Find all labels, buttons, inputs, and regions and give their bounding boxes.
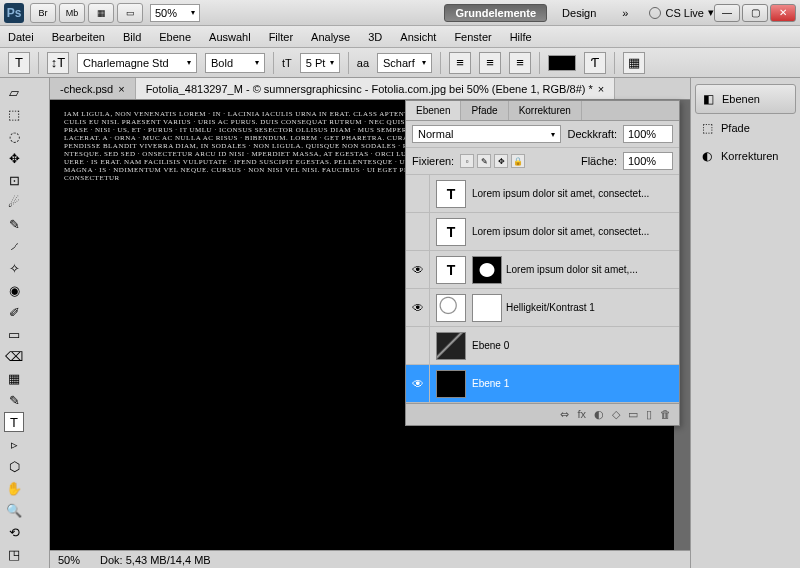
font-size-dropdown[interactable]: 5 Pt (300, 53, 340, 73)
opacity-input[interactable]: 100% (623, 125, 673, 143)
grid-button[interactable]: ▦ (88, 3, 114, 23)
path-select-tool[interactable]: ▹ (4, 434, 24, 454)
menu-3d[interactable]: 3D (368, 31, 382, 43)
link-layers-icon[interactable]: ⇔ (560, 408, 569, 421)
adjustment-layer-icon[interactable]: ◇ (612, 408, 620, 421)
menu-datei[interactable]: Datei (8, 31, 34, 43)
document-tab-1[interactable]: Fotolia_4813297_M - © sumnersgraphicsinc… (136, 78, 616, 99)
lock-pixels-icon[interactable]: ✎ (477, 154, 491, 168)
panel-button-ebenen[interactable]: ◧ Ebenen (695, 84, 796, 114)
panel-button-korrekturen[interactable]: ◐ Korrekturen (695, 142, 796, 170)
layer-mask-thumbnail[interactable] (472, 256, 502, 284)
menu-filter[interactable]: Filter (269, 31, 293, 43)
layer-name[interactable]: Ebene 1 (472, 378, 679, 389)
rotate-view-tool[interactable]: ⟲ (4, 522, 24, 542)
font-weight-dropdown[interactable]: Bold (205, 53, 265, 73)
layer-thumbnail[interactable] (436, 332, 466, 360)
history-brush-tool[interactable]: ◉ (4, 280, 24, 300)
zoom-tool[interactable]: 🔍 (4, 500, 24, 520)
dodge-tool[interactable]: ▦ (4, 368, 24, 388)
warp-text-icon[interactable]: Ƭ (584, 52, 606, 74)
stamp-tool[interactable]: ✧ (4, 258, 24, 278)
crop-tool[interactable]: ⊡ (4, 170, 24, 190)
menu-hilfe[interactable]: Hilfe (510, 31, 532, 43)
brush-tool[interactable]: ⟋ (4, 236, 24, 256)
character-panel-icon[interactable]: ▦ (623, 52, 645, 74)
pen-tool[interactable]: ✎ (4, 390, 24, 410)
lasso-tool[interactable]: ◌ (4, 126, 24, 146)
healing-tool[interactable]: ✎ (4, 214, 24, 234)
eyedropper-tool[interactable]: ☄ (4, 192, 24, 212)
fill-input[interactable]: 100% (623, 152, 673, 170)
visibility-toggle[interactable]: 👁 (406, 251, 430, 288)
visibility-toggle[interactable] (406, 175, 430, 212)
close-icon[interactable]: × (118, 83, 124, 95)
layer-row[interactable]: T Lorem ipsum dolor sit amet, consectet.… (406, 175, 679, 213)
align-center-icon[interactable]: ≡ (479, 52, 501, 74)
workspace-design[interactable]: Design (551, 4, 607, 22)
tab-pfade[interactable]: Pfade (461, 101, 508, 120)
layer-name[interactable]: Lorem ipsum dolor sit amet,... (506, 264, 679, 275)
hand-tool[interactable]: ✋ (4, 478, 24, 498)
layer-name[interactable]: Lorem ipsum dolor sit amet, consectet... (472, 226, 679, 237)
zoom-dropdown[interactable]: 50% (150, 4, 200, 22)
menu-bearbeiten[interactable]: Bearbeiten (52, 31, 105, 43)
visibility-toggle[interactable]: 👁 (406, 365, 430, 402)
document-tab-0[interactable]: -check.psd × (50, 78, 136, 99)
lock-position-icon[interactable]: ✥ (494, 154, 508, 168)
layer-thumbnail[interactable]: T (436, 256, 466, 284)
layer-row[interactable]: T Lorem ipsum dolor sit amet, consectet.… (406, 213, 679, 251)
close-icon[interactable]: × (598, 83, 604, 95)
visibility-toggle[interactable] (406, 327, 430, 364)
screen-mode-button[interactable]: ▭ (117, 3, 143, 23)
bridge-button[interactable]: Br (30, 3, 56, 23)
layer-thumbnail[interactable]: T (436, 218, 466, 246)
panel-button-pfade[interactable]: ⬚ Pfade (695, 114, 796, 142)
layer-row[interactable]: 👁 T Lorem ipsum dolor sit amet,... (406, 251, 679, 289)
adjustment-thumbnail[interactable] (436, 294, 466, 322)
menu-ansicht[interactable]: Ansicht (400, 31, 436, 43)
menu-bild[interactable]: Bild (123, 31, 141, 43)
gradient-tool[interactable]: ▭ (4, 324, 24, 344)
layer-fx-icon[interactable]: fx (577, 408, 586, 421)
layer-name[interactable]: Helligkeit/Kontrast 1 (506, 302, 679, 313)
layer-thumbnail[interactable] (436, 370, 466, 398)
text-color-swatch[interactable] (548, 55, 576, 71)
layer-mask-icon[interactable]: ◐ (594, 408, 604, 421)
type-tool[interactable]: T (4, 412, 24, 432)
lock-transparency-icon[interactable]: ▫ (460, 154, 474, 168)
notes-tool[interactable]: ◳ (4, 544, 24, 564)
menu-fenster[interactable]: Fenster (454, 31, 491, 43)
layer-mask-thumbnail[interactable] (472, 294, 502, 322)
close-button[interactable]: ✕ (770, 4, 796, 22)
marquee-tool[interactable]: ⬚ (4, 104, 24, 124)
new-layer-icon[interactable]: ▯ (646, 408, 652, 421)
layer-row[interactable]: Ebene 0 (406, 327, 679, 365)
text-orientation-icon[interactable]: ↕T (47, 52, 69, 74)
visibility-toggle[interactable] (406, 213, 430, 250)
layer-thumbnail[interactable]: T (436, 180, 466, 208)
delete-layer-icon[interactable]: 🗑 (660, 408, 671, 421)
wand-tool[interactable]: ✥ (4, 148, 24, 168)
eraser-tool[interactable]: ✐ (4, 302, 24, 322)
minimize-button[interactable]: — (714, 4, 740, 22)
menu-auswahl[interactable]: Auswahl (209, 31, 251, 43)
move-tool[interactable]: ▱ (4, 82, 24, 102)
blend-mode-dropdown[interactable]: Normal (412, 125, 561, 143)
visibility-toggle[interactable]: 👁 (406, 289, 430, 326)
layer-row[interactable]: 👁 Helligkeit/Kontrast 1 (406, 289, 679, 327)
current-tool-icon[interactable]: T (8, 52, 30, 74)
antialias-dropdown[interactable]: Scharf (377, 53, 432, 73)
align-left-icon[interactable]: ≡ (449, 52, 471, 74)
group-icon[interactable]: ▭ (628, 408, 638, 421)
status-zoom[interactable]: 50% (58, 554, 80, 566)
tab-korrekturen[interactable]: Korrekturen (509, 101, 582, 120)
shape-tool[interactable]: ⬡ (4, 456, 24, 476)
align-right-icon[interactable]: ≡ (509, 52, 531, 74)
font-family-dropdown[interactable]: Charlemagne Std (77, 53, 197, 73)
layer-row[interactable]: 👁 Ebene 1 (406, 365, 679, 403)
workspace-grundelemente[interactable]: Grundelemente (444, 4, 547, 22)
menu-ebene[interactable]: Ebene (159, 31, 191, 43)
layer-name[interactable]: Lorem ipsum dolor sit amet, consectet... (472, 188, 679, 199)
tab-ebenen[interactable]: Ebenen (406, 101, 461, 120)
